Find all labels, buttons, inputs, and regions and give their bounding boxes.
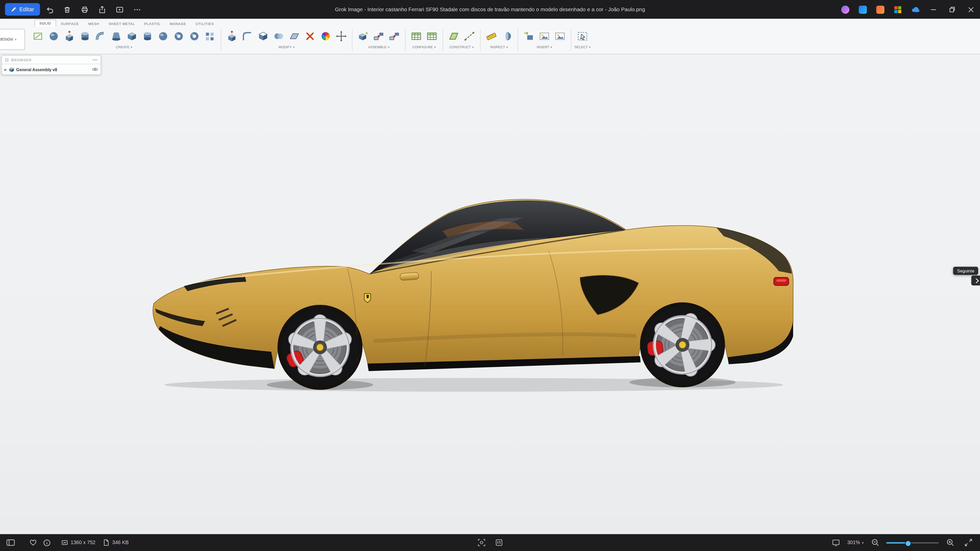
toolbar-group-label-configure[interactable]: CONFIGURE▾ xyxy=(412,45,436,49)
actual-size-icon[interactable] xyxy=(492,536,506,549)
shell-icon[interactable] xyxy=(256,28,271,43)
titlebar-right xyxy=(836,0,980,19)
zoom-out-icon[interactable] xyxy=(868,536,882,549)
combine-icon[interactable] xyxy=(271,28,286,43)
tab-plastic[interactable]: PLASTIC xyxy=(140,21,165,27)
fit-screen-icon[interactable] xyxy=(829,536,843,549)
tab-mesh[interactable]: MESH xyxy=(84,21,103,27)
tab-solid[interactable]: SOLID xyxy=(35,19,56,27)
measure-icon[interactable] xyxy=(484,28,499,43)
cylinder-icon[interactable] xyxy=(140,28,155,43)
insert-derive-icon[interactable] xyxy=(521,28,536,43)
configuration-table-icon[interactable] xyxy=(425,28,439,43)
dimensions-value: 1360 x 752 xyxy=(71,540,95,545)
minimize-button[interactable] xyxy=(924,0,942,19)
zoom-level-dropdown[interactable]: 301% ▾ xyxy=(847,540,864,545)
extrude-icon[interactable] xyxy=(62,28,77,43)
share-icon[interactable] xyxy=(94,3,110,16)
clipchamp-icon[interactable] xyxy=(873,3,887,16)
new-component-icon[interactable] xyxy=(355,28,371,43)
image-canvas[interactable] xyxy=(0,54,980,534)
fusion-browser-panel: BROWSER — ▶ General Assembly v8 xyxy=(1,55,101,75)
copilot-icon[interactable] xyxy=(838,3,852,16)
more-options-icon[interactable] xyxy=(129,3,145,16)
fillet-icon[interactable] xyxy=(240,28,255,43)
canvas-icon[interactable] xyxy=(552,28,568,43)
fusion-toolbar: SOLIDSURFACEMESHSHEET METALPLASTICMANAGE… xyxy=(0,19,980,54)
info-icon[interactable] xyxy=(40,536,54,549)
zoom-in-icon[interactable] xyxy=(943,536,957,549)
close-button[interactable] xyxy=(961,0,980,19)
fit-to-window-icon[interactable] xyxy=(474,536,488,549)
favorite-heart-icon[interactable] xyxy=(26,536,40,549)
next-image-button[interactable] xyxy=(971,275,980,286)
chevron-down-icon: ▾ xyxy=(862,540,864,545)
fullscreen-icon[interactable] xyxy=(961,536,975,549)
toolbar-group-label-construct[interactable]: CONSTRUCT▾ xyxy=(449,45,474,49)
browser-minimize-icon[interactable]: — xyxy=(92,58,97,62)
create-sketch-icon[interactable] xyxy=(30,28,46,43)
tab-utilities[interactable]: UTILITIES xyxy=(191,21,218,27)
toolbar-separator xyxy=(405,29,406,51)
configure-icon[interactable] xyxy=(409,28,424,43)
box-icon[interactable] xyxy=(124,28,139,43)
delete-icon[interactable] xyxy=(302,28,318,43)
zoom-slider-thumb[interactable] xyxy=(905,540,911,546)
pattern-icon[interactable] xyxy=(202,28,218,43)
file-size: 346 KB xyxy=(102,536,129,549)
toolbar-group-label-insert[interactable]: INSERT▾ xyxy=(537,45,552,49)
tab-sheet-metal[interactable]: SHEET METAL xyxy=(104,21,139,27)
torus-icon[interactable] xyxy=(171,28,186,43)
revolve-icon[interactable] xyxy=(78,28,93,43)
undo-icon[interactable] xyxy=(41,3,57,16)
toolbar-separator xyxy=(480,29,480,51)
offset-plane-icon[interactable] xyxy=(446,28,461,43)
fusion-toolbar-groups: CREATE▾MODIFY▾ASSEMBLE▾CONFIGURE▾CONSTRU… xyxy=(29,27,593,53)
tab-manage[interactable]: MANAGE xyxy=(165,21,191,27)
tab-surface[interactable]: SURFACE xyxy=(57,21,83,27)
decal-icon[interactable] xyxy=(537,28,552,43)
workspace-selector[interactable]: DESIGN ▾ xyxy=(0,29,25,50)
ferrari-sf90-image xyxy=(149,191,799,397)
toolbar-group-select: SELECT▾ xyxy=(573,27,592,53)
construction-axis-icon[interactable] xyxy=(462,28,477,43)
appearance-icon[interactable] xyxy=(318,28,333,43)
edit-button[interactable]: Editar xyxy=(5,3,40,16)
zoom-slider[interactable] xyxy=(886,540,939,546)
file-icon xyxy=(102,536,110,549)
create-form-icon[interactable] xyxy=(46,28,61,43)
filmstrip-toggle-icon[interactable] xyxy=(4,536,18,549)
coil-icon[interactable] xyxy=(187,28,202,43)
split-body-icon[interactable] xyxy=(287,28,302,43)
expand-arrow-icon[interactable]: ▶ xyxy=(4,67,6,71)
toolbar-group-label-create[interactable]: CREATE▾ xyxy=(116,45,132,49)
onedrive-icon[interactable] xyxy=(908,3,922,16)
window-title: Grok Image - Interior castanho Ferrari S… xyxy=(335,0,645,19)
image-dimensions: 1360 x 752 xyxy=(60,536,95,549)
sweep-icon[interactable] xyxy=(93,28,108,43)
delete-icon[interactable] xyxy=(59,3,75,16)
browser-root-item[interactable]: ▶ General Assembly v8 xyxy=(2,64,100,74)
print-icon[interactable] xyxy=(76,3,92,16)
restore-button[interactable] xyxy=(942,0,961,19)
joint-icon[interactable] xyxy=(371,28,387,43)
loft-icon[interactable] xyxy=(109,28,124,43)
fusion-tab-row: SOLIDSURFACEMESHSHEET METALPLASTICMANAGE… xyxy=(0,19,980,27)
slideshow-icon[interactable] xyxy=(111,3,127,16)
toolbar-group-label-assemble[interactable]: ASSEMBLE▾ xyxy=(368,45,390,49)
component-icon xyxy=(9,67,14,72)
toolbar-group-label-modify[interactable]: MODIFY▾ xyxy=(278,45,294,49)
toolbar-group-label-inspect[interactable]: INSPECT▾ xyxy=(490,45,508,49)
move-copy-icon[interactable] xyxy=(334,28,349,43)
as-built-joint-icon[interactable] xyxy=(387,28,402,43)
press-pull-icon[interactable] xyxy=(224,28,239,43)
sphere-icon[interactable] xyxy=(156,28,171,43)
grip-icon[interactable] xyxy=(5,58,9,62)
designer-icon[interactable] xyxy=(856,3,870,16)
office-icon[interactable] xyxy=(891,3,904,16)
pencil-icon xyxy=(11,6,17,12)
select-icon[interactable] xyxy=(575,28,590,43)
section-analysis-icon[interactable] xyxy=(500,28,514,43)
toolbar-group-label-select[interactable]: SELECT▾ xyxy=(574,45,590,49)
visibility-eye-icon[interactable] xyxy=(92,67,98,72)
